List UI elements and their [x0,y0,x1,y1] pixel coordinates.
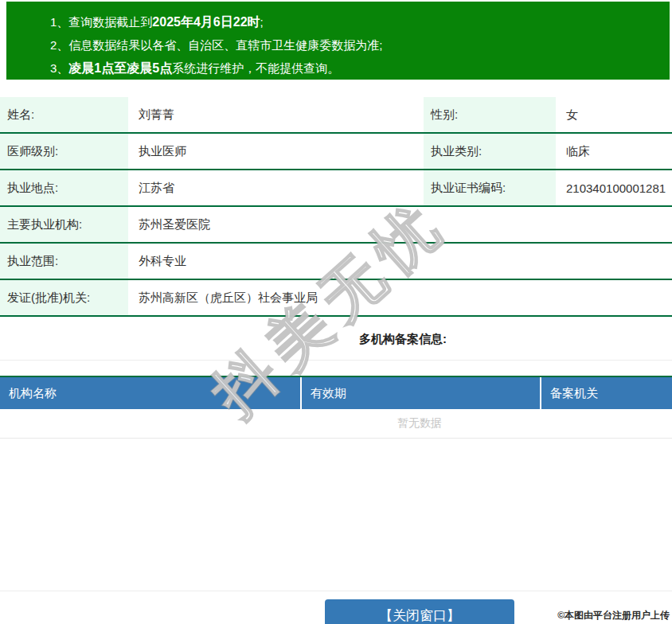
name-value: 刘菁菁 [128,97,424,132]
notice-3-suffix: 系统进行维护，不能提供查询。 [172,61,339,75]
notice-3-number: 3、 [50,61,68,75]
column-header-institution-name: 机构名称 [0,377,300,409]
notice-line-2: 2、信息数据结果以各省、自治区、直辖市卫生健康委数据为准; [50,33,670,57]
notice-1-number: 1、 [50,15,68,29]
table-row-main-institution: 主要执业机构: 苏州圣爱医院 [0,207,672,244]
issuing-authority-label: 发证(批准)机关: [0,280,128,315]
practice-category-label: 执业类别: [424,134,556,169]
main-institution-label: 主要执业机构: [0,207,128,242]
certificate-number-label: 执业证书编码: [424,170,556,205]
column-header-validity-period: 有效期 [300,377,540,409]
practice-scope-value: 外科专业 [128,244,672,279]
footer-bar: 【关闭窗口】 ©本图由平台注册用户上传 [0,591,672,624]
notice-line-3: 3、凌晨1点至凌晨5点系统进行维护，不能提供查询。 [50,57,670,80]
empty-data-message: 暂无数据 [0,409,672,439]
notice-line-1: 1、查询数据截止到2025年4月6日22时; [50,10,670,33]
table-row-practice-scope: 执业范围: 外科专业 [0,244,672,280]
notice-1-bold-text: 2025年4月6日22时 [152,15,260,29]
table-row-level-category: 医师级别: 执业医师 执业类别: 临床 [0,134,672,170]
practice-location-value: 江苏省 [128,170,424,205]
name-label: 姓名: [0,97,128,132]
license-query-result-page: 1、查询数据截止到2025年4月6日22时; 2、信息数据结果以各省、自治区、直… [0,0,672,624]
close-window-button[interactable]: 【关闭窗口】 [325,599,514,624]
notice-1-text: 查询数据截止到 [68,15,152,29]
certificate-number-value: 210340100001281 [556,170,672,205]
doctor-level-label: 医师级别: [0,134,128,169]
gender-label: 性别: [424,97,556,132]
table-row-name-gender: 姓名: 刘菁菁 性别: 女 [0,97,672,134]
filing-table: 机构名称 有效期 备案机关 暂无数据 [0,376,672,439]
doctor-level-value: 执业医师 [128,134,424,169]
notice-2-number: 2、 [50,38,68,52]
notice-banner: 1、查询数据截止到2025年4月6日22时; 2、信息数据结果以各省、自治区、直… [6,2,670,80]
physician-detail-table: 姓名: 刘菁菁 性别: 女 医师级别: 执业医师 执业类别: 临床 执业地点: … [0,97,672,317]
copyright-notice: ©本图由平台注册用户上传 [557,609,670,622]
practice-category-value: 临床 [556,134,672,169]
column-header-filing-authority: 备案机关 [540,377,672,409]
gender-value: 女 [556,97,672,132]
filing-section-heading: 多机构备案信息: [0,318,672,361]
notice-2-text: 信息数据结果以各省、自治区、直辖市卫生健康委数据为准; [68,38,382,52]
issuing-authority-value: 苏州高新区（虎丘区）社会事业局 [128,280,672,315]
main-institution-value: 苏州圣爱医院 [128,207,672,242]
practice-location-label: 执业地点: [0,170,128,205]
practice-scope-label: 执业范围: [0,244,128,279]
notice-1-suffix: ; [260,15,264,29]
filing-heading-text: 多机构备案信息: [0,332,672,347]
notice-3-bold-text: 凌晨1点至凌晨5点 [68,61,172,75]
table-row-location-certificate: 执业地点: 江苏省 执业证书编码: 210340100001281 [0,170,672,207]
table-row-issuing-authority: 发证(批准)机关: 苏州高新区（虎丘区）社会事业局 [0,280,672,317]
filing-table-header: 机构名称 有效期 备案机关 [0,376,672,409]
